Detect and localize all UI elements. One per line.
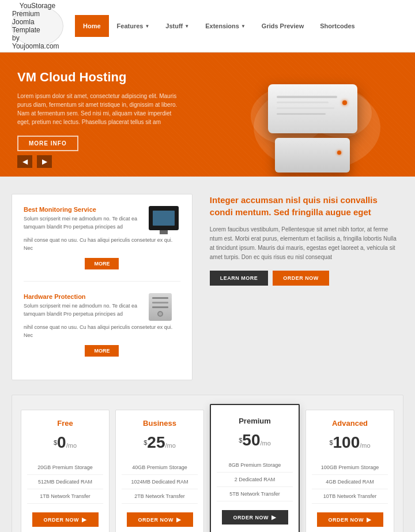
nav-extensions[interactable]: Extensions▼ bbox=[197, 15, 254, 37]
hero-next-button[interactable]: ▶ bbox=[37, 155, 52, 168]
hero-arrows: ◀ ▶ bbox=[17, 155, 52, 168]
right-content: Integer accumsan nisl quis nisi convalli… bbox=[204, 194, 403, 380]
hero-prev-button[interactable]: ◀ bbox=[17, 155, 32, 168]
pricing-premium-price: $50/mo bbox=[217, 431, 293, 449]
logo-circle: YouStorage Premium Joomla Template by Yo… bbox=[12, 6, 63, 46]
monitor-icon bbox=[149, 206, 180, 232]
pricing-free: Free $0/mo 20GB Premium Storage 512MB De… bbox=[21, 410, 110, 532]
nav-jstuff[interactable]: Jstuff▼ bbox=[157, 15, 197, 37]
hero-title: VM Cloud Hosting bbox=[17, 70, 184, 85]
header: YouStorage Premium Joomla Template by Yo… bbox=[0, 0, 415, 53]
pricing-business-price: $25/mo bbox=[122, 433, 198, 452]
pricing-business-features: 40GB Premium Storage 1024MB Dedicated RA… bbox=[122, 460, 198, 504]
pricing-section: Free $0/mo 20GB Premium Storage 512MB De… bbox=[12, 395, 403, 532]
nav-grids[interactable]: Grids Preview bbox=[254, 15, 312, 37]
hero-more-button[interactable]: MORE INFO bbox=[17, 136, 78, 151]
feature-hardware-extra: nihil conse quat no usu. Cu has aliqui p… bbox=[24, 324, 180, 339]
order-now-button[interactable]: ORDER NOW bbox=[273, 271, 329, 286]
feature-hardware-body: Solum scripserit mei ne admodum no. Te d… bbox=[24, 302, 143, 318]
pricing-premium-order-button[interactable]: ORDER NOW ▶ bbox=[222, 510, 288, 524]
pricing-premium-plan: Premium bbox=[217, 417, 293, 425]
features-box: Best Monitoring Service Solum scripserit… bbox=[12, 194, 193, 380]
right-title: Integer accumsan nisl quis nisi convalli… bbox=[210, 194, 398, 218]
feature-monitoring-text: Best Monitoring Service Solum scripserit… bbox=[24, 206, 143, 232]
feature-monitoring-more-button[interactable]: MORE bbox=[85, 258, 119, 269]
nav-shortcodes[interactable]: Shortcodes bbox=[312, 15, 363, 37]
logo-area: YouStorage Premium Joomla Template by Yo… bbox=[0, 0, 75, 52]
pricing-advanced-features: 100GB Premium Storage 4GB Dedicated RAM … bbox=[312, 460, 388, 504]
hero-content: VM Cloud Hosting Lorem ipsum dolor sit a… bbox=[0, 53, 202, 163]
pricing-free-plan: Free bbox=[27, 419, 103, 428]
right-buttons: LEARN MORE ORDER NOW bbox=[210, 271, 398, 286]
logo-text: YouStorage bbox=[20, 2, 55, 10]
feature-monitoring-extra: nihil conse quat no usu. Cu has aliqui p… bbox=[24, 237, 180, 252]
pricing-free-order-button[interactable]: ORDER NOW ▶ bbox=[32, 512, 99, 527]
hdd-icon bbox=[149, 293, 180, 319]
pricing-advanced: Advanced $100/mo 100GB Premium Storage 4… bbox=[305, 410, 394, 532]
hero-section: VM Cloud Hosting Lorem ipsum dolor sit a… bbox=[0, 53, 415, 177]
main-content: Best Monitoring Service Solum scripserit… bbox=[0, 177, 415, 532]
pricing-business-order-button[interactable]: ORDER NOW ▶ bbox=[127, 512, 193, 527]
right-text: Lorem faucibus vestibulum, Pellentesque … bbox=[210, 225, 398, 262]
feature-hardware-more-button[interactable]: MORE bbox=[85, 345, 119, 357]
feature-monitoring-title[interactable]: Best Monitoring Service bbox=[24, 206, 143, 213]
pricing-business-plan: Business bbox=[122, 419, 198, 428]
pricing-advanced-plan: Advanced bbox=[312, 419, 388, 428]
logo-tagline2: by Youjoomla.com bbox=[12, 34, 63, 50]
features-row: Best Monitoring Service Solum scripserit… bbox=[12, 194, 403, 380]
nav-home[interactable]: Home bbox=[75, 15, 109, 37]
pricing-free-price: $0/mo bbox=[27, 433, 103, 452]
logo-tagline: Premium Joomla Template bbox=[12, 10, 63, 34]
pricing-free-features: 20GB Premium Storage 512MB Dedicated RAM… bbox=[27, 460, 103, 504]
hero-text: Lorem ipsum dolor sit amet, consectetur … bbox=[17, 92, 184, 126]
feature-monitoring: Best Monitoring Service Solum scripserit… bbox=[24, 206, 180, 282]
pricing-grid: Free $0/mo 20GB Premium Storage 512MB De… bbox=[21, 410, 394, 532]
pricing-premium-features: 8GB Premium Storage 2 Dedicated RAM 5TB … bbox=[217, 458, 293, 501]
hero-image bbox=[213, 58, 398, 177]
nav-features[interactable]: Features▼ bbox=[109, 15, 158, 37]
server-illustration bbox=[268, 84, 357, 173]
learn-more-button[interactable]: LEARN MORE bbox=[210, 271, 269, 286]
logo-you: You bbox=[20, 2, 31, 10]
feature-monitoring-body: Solum scripserit mei ne admodum no. Te d… bbox=[24, 215, 143, 231]
feature-hardware-text: Hardware Protection Solum scripserit mei… bbox=[24, 293, 143, 319]
pricing-advanced-price: $100/mo bbox=[312, 433, 388, 452]
pricing-premium: Premium $50/mo 8GB Premium Storage 2 Ded… bbox=[210, 404, 300, 532]
pricing-business: Business $25/mo 40GB Premium Storage 102… bbox=[115, 410, 204, 532]
pricing-advanced-order-button[interactable]: ORDER NOW ▶ bbox=[317, 512, 383, 527]
feature-hardware-title[interactable]: Hardware Protection bbox=[24, 293, 143, 300]
logo-storage: Storage bbox=[31, 2, 55, 10]
feature-hardware: Hardware Protection Solum scripserit mei… bbox=[24, 293, 180, 368]
main-nav: Home Features▼ Jstuff▼ Extensions▼ Grids… bbox=[75, 15, 363, 37]
